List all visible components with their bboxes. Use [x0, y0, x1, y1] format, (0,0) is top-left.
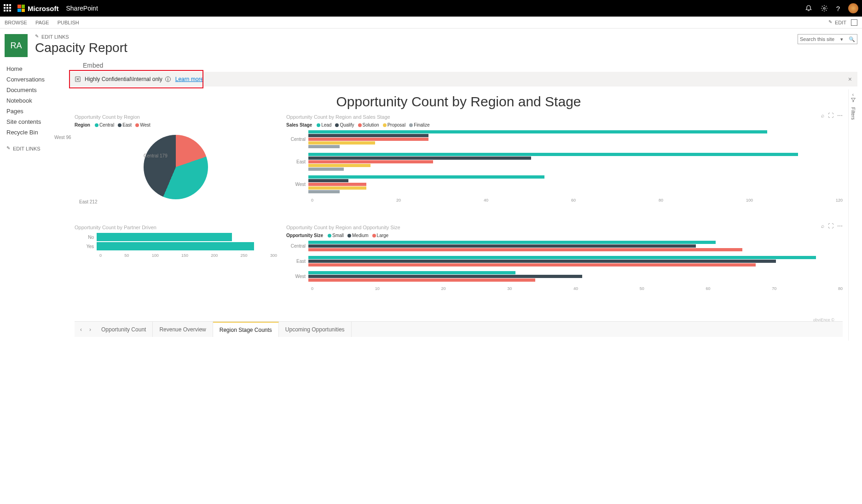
close-icon[interactable]: × [848, 75, 852, 83]
chart-title: Opportunity Count by Partner Driven [75, 225, 277, 230]
bar[interactable] [308, 244, 696, 248]
edit-links-top[interactable]: EDIT LINKS [35, 34, 798, 40]
legend-item[interactable]: Small [328, 233, 344, 238]
search-box[interactable]: Search this site ▾ 🔍 [798, 34, 857, 44]
focus-icon[interactable]: ⛶ [828, 112, 833, 119]
bar[interactable] [308, 175, 544, 179]
app-name[interactable]: SharePoint [66, 5, 98, 12]
pencil-icon [828, 20, 833, 25]
legend-item[interactable]: Proposal [383, 122, 405, 127]
bar[interactable] [308, 186, 366, 190]
report-tab-upcoming-opportunities[interactable]: Upcoming Opportunities [279, 322, 352, 337]
bar[interactable] [308, 160, 433, 163]
site-logo[interactable]: RA [5, 34, 28, 57]
filters-pane-collapsed[interactable]: ‹ Filters [848, 89, 857, 341]
bar[interactable] [308, 153, 798, 156]
filters-label: Filters [850, 107, 856, 120]
nav-item-notebook[interactable]: Notebook [6, 95, 69, 106]
more-icon[interactable]: ⋯ [837, 223, 843, 229]
filter-icon[interactable]: ⌕ [821, 112, 824, 119]
user-avatar[interactable] [848, 3, 858, 13]
bar[interactable] [308, 145, 340, 148]
embed-label: Embed [83, 62, 857, 69]
report-tab-revenue-overview[interactable]: Revenue Overview [153, 322, 213, 337]
legend-item[interactable]: Large [372, 233, 389, 238]
suite-header: Microsoft SharePoint ? [0, 0, 862, 17]
bar[interactable] [308, 156, 531, 160]
bar[interactable] [308, 164, 370, 167]
legend-item[interactable]: Medium [347, 233, 369, 238]
report-tab-opportunity-count[interactable]: Opportunity Count [95, 322, 153, 337]
settings-icon[interactable] [821, 5, 828, 12]
microsoft-logo: Microsoft [17, 5, 59, 12]
bar[interactable] [308, 179, 348, 182]
nav-item-pages[interactable]: Pages [6, 106, 69, 116]
legend-item[interactable]: West [135, 122, 150, 127]
focus-icon[interactable]: ⛶ [828, 223, 833, 229]
filter-icon[interactable]: ⌕ [821, 223, 824, 229]
chevron-left-icon[interactable]: ‹ [852, 92, 854, 97]
search-dropdown-icon[interactable]: ▾ [840, 36, 843, 42]
report-title: Opportunity Count by Region and Stage [75, 94, 843, 110]
app-launcher-icon[interactable] [4, 4, 12, 12]
focus-mode-icon[interactable] [851, 19, 857, 26]
report-page-tabs: ‹ › Opportunity CountRevenue OverviewReg… [75, 321, 843, 337]
bar[interactable] [308, 278, 535, 282]
bar[interactable] [308, 271, 515, 274]
bar[interactable] [308, 275, 582, 278]
bar[interactable] [308, 138, 428, 141]
bar[interactable] [308, 190, 340, 193]
edit-page-button[interactable]: EDIT [828, 20, 846, 25]
bar[interactable] [308, 141, 375, 145]
bar[interactable] [308, 130, 767, 133]
nav-item-home[interactable]: Home [6, 64, 69, 74]
nav-item-site-contents[interactable]: Site contents [6, 116, 69, 127]
more-icon[interactable]: ⋯ [837, 112, 843, 119]
chart-1: ⌕⛶⋯Opportunity Count by Region and Sales… [286, 114, 843, 220]
bar[interactable] [308, 241, 716, 244]
bar[interactable] [308, 183, 366, 186]
bar[interactable] [308, 260, 776, 263]
search-placeholder: Search this site [800, 36, 834, 42]
ribbon-tab-publish[interactable]: PUBLISH [58, 20, 79, 25]
chart-legend: Sales StageLeadQualifySolutionProposalFi… [286, 122, 843, 127]
bar[interactable] [308, 263, 756, 266]
notifications-icon[interactable] [805, 5, 812, 12]
nav-item-conversations[interactable]: Conversations [6, 74, 69, 85]
pie-label: East 212 [79, 199, 97, 204]
chart-title: Opportunity Count by Region and Opportun… [286, 225, 843, 230]
legend-item[interactable]: East [118, 122, 132, 127]
legend-item[interactable]: Qualify [335, 122, 354, 127]
svg-point-0 [823, 7, 825, 9]
info-icon[interactable]: i [165, 76, 171, 82]
bar[interactable] [97, 242, 254, 250]
nav-item-documents[interactable]: Documents [6, 85, 69, 95]
search-icon[interactable]: 🔍 [849, 36, 855, 42]
bar[interactable] [308, 168, 344, 171]
category-label: East [286, 259, 308, 264]
legend-item[interactable]: Central [95, 122, 114, 127]
pie-visual[interactable] [144, 135, 208, 199]
attribution-label: obviEnce © [813, 318, 834, 322]
category-label: East [286, 159, 308, 164]
report-tab-region-stage-counts[interactable]: Region Stage Counts [213, 322, 279, 337]
bar[interactable] [308, 134, 428, 137]
edit-links-nav[interactable]: EDIT LINKS [6, 146, 69, 151]
legend-item[interactable]: Solution [358, 122, 379, 127]
legend-item[interactable]: Finalize [409, 122, 429, 127]
ribbon-tab-page[interactable]: PAGE [35, 20, 49, 25]
category-label: West [286, 182, 308, 187]
bar[interactable] [308, 248, 742, 251]
chart-title: Opportunity Count by Region and Sales St… [286, 114, 843, 120]
edit-links-label: EDIT LINKS [41, 34, 69, 40]
bar[interactable] [308, 256, 816, 259]
x-axis: 020406080100120 [286, 198, 843, 203]
bar[interactable] [97, 233, 232, 241]
tab-prev-icon[interactable]: ‹ [76, 326, 86, 333]
chart-0: Opportunity Count by RegionRegionCentral… [75, 114, 277, 220]
learn-more-link[interactable]: Learn more [175, 76, 203, 82]
legend-item[interactable]: Lead [317, 122, 331, 127]
tab-next-icon[interactable]: › [86, 326, 95, 333]
help-icon[interactable]: ? [836, 5, 840, 12]
ribbon-tab-browse[interactable]: BROWSE [5, 20, 27, 25]
